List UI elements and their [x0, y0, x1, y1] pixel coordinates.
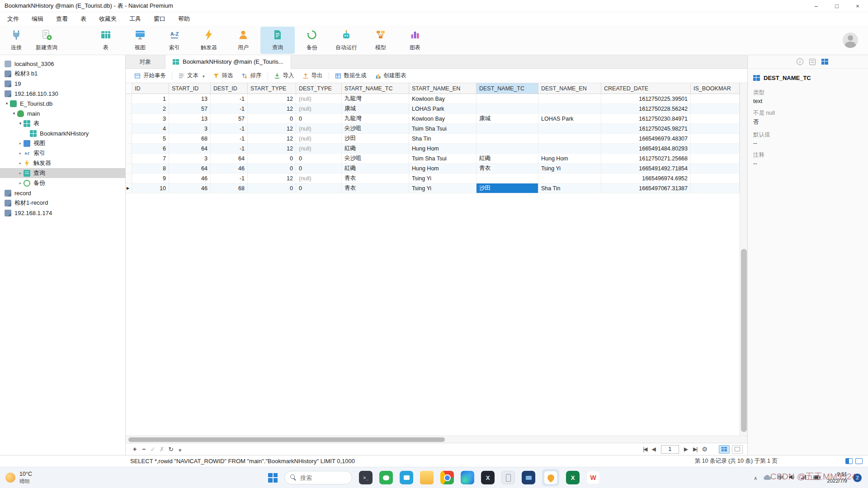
file-explorer-icon[interactable] — [420, 471, 434, 484]
cell[interactable]: 12 — [248, 124, 296, 134]
chevron-right-icon[interactable] — [17, 148, 24, 158]
cell[interactable]: Tsing Yi — [409, 183, 476, 193]
split-panel-icon[interactable] — [845, 458, 853, 464]
chevron-right-icon[interactable] — [17, 158, 24, 168]
cell[interactable]: 尖沙咀 — [342, 154, 409, 164]
column-header-id[interactable]: ID — [132, 83, 169, 94]
cell[interactable]: 64 — [211, 154, 248, 164]
cell[interactable] — [691, 114, 740, 124]
cell[interactable]: 3 — [169, 124, 211, 134]
cell[interactable] — [691, 183, 740, 193]
cell[interactable]: 12 — [248, 134, 296, 144]
cell[interactable]: 57 — [169, 104, 211, 114]
maximize-button[interactable]: □ — [826, 0, 847, 12]
users-button[interactable]: 用户 — [226, 27, 260, 54]
cell[interactable]: 6 — [132, 144, 169, 154]
previous-page-icon[interactable] — [652, 446, 656, 452]
column-header-created-date[interactable]: CREATED_DATE — [601, 83, 691, 94]
cell[interactable]: 3 — [169, 154, 211, 164]
panel-icon[interactable] — [855, 458, 863, 464]
cell[interactable]: Tsim Sha Tsui — [409, 154, 476, 164]
minimize-button[interactable]: – — [806, 0, 826, 12]
indexes-button[interactable]: A-Z 索引 — [157, 27, 192, 54]
triggers-button[interactable]: 触发器 — [192, 27, 226, 54]
cell[interactable]: 0 — [296, 154, 342, 164]
cell[interactable]: 0 — [296, 164, 342, 174]
cell[interactable]: -1 — [211, 94, 248, 104]
wechat-app-icon[interactable] — [379, 471, 393, 484]
table-row[interactable]: 568-112(null)沙田Sha Tin1665496979.48307 — [126, 134, 747, 144]
begin-transaction-button[interactable]: 开始事务 — [130, 70, 170, 81]
form-panel-icon[interactable] — [809, 59, 816, 65]
chrome-icon[interactable] — [440, 471, 454, 484]
sidebar-item-jiancai1-record[interactable]: 检材1-record — [0, 198, 125, 208]
wps-icon[interactable] — [586, 471, 600, 484]
dark-app-icon[interactable] — [481, 471, 495, 484]
task-view-app-icon[interactable] — [359, 471, 373, 484]
cell[interactable]: 12 — [248, 104, 296, 114]
export-button[interactable]: 导出 — [298, 70, 327, 81]
cell[interactable]: 68 — [211, 183, 248, 193]
cell[interactable] — [691, 144, 740, 154]
cell[interactable] — [476, 104, 538, 114]
cell[interactable]: 46 — [169, 183, 211, 193]
column-header-dest-id[interactable]: DEST_ID — [211, 83, 248, 94]
cell[interactable]: 0 — [248, 154, 296, 164]
table-row[interactable]: 3135700九龍灣Kowloon Bay康城LOHAS Park1612750… — [126, 114, 747, 124]
cell[interactable]: 1665496974.6952 — [601, 174, 691, 183]
table-row[interactable]: 946-112(null)青衣Tsing Yi1665496974.6952 — [126, 174, 747, 183]
cell[interactable]: 8 — [132, 164, 169, 174]
filter-button[interactable]: 筛选 — [209, 70, 237, 81]
table-row[interactable]: 736400尖沙咀Tsim Sha Tsui紅磡Hung Hom16127502… — [126, 154, 747, 164]
cell[interactable]: 64 — [169, 144, 211, 154]
cell[interactable]: -1 — [211, 124, 248, 134]
cell[interactable]: Hung Hom — [538, 154, 601, 164]
cell[interactable] — [691, 164, 740, 174]
cell[interactable] — [476, 144, 538, 154]
column-header-start-type[interactable]: START_TYPE — [248, 83, 296, 94]
cell[interactable]: 12 — [248, 94, 296, 104]
sidebar-item-main[interactable]: main — [0, 108, 125, 118]
tables-button[interactable]: 表 — [89, 27, 123, 54]
backup-button[interactable]: 备份 — [295, 27, 329, 54]
cell[interactable]: 康城 — [476, 114, 538, 124]
tray-expand-icon[interactable] — [754, 474, 757, 481]
page-number-input[interactable]: 1 — [661, 445, 679, 454]
cell[interactable]: (null) — [296, 124, 342, 134]
selected-cell[interactable]: 沙田 — [476, 183, 538, 193]
cell[interactable]: 57 — [211, 114, 248, 124]
cell[interactable]: 1612750230.84971 — [601, 114, 691, 124]
cell[interactable]: 46 — [169, 174, 211, 183]
chevron-right-icon[interactable] — [17, 168, 24, 178]
cell[interactable]: 9 — [132, 174, 169, 183]
column-header-dest-type[interactable]: DEST_TYPE — [296, 83, 342, 94]
cell[interactable]: 0 — [248, 164, 296, 174]
cell[interactable] — [538, 104, 601, 114]
vertical-scrollbar-thumb[interactable] — [741, 249, 747, 432]
cell[interactable] — [691, 134, 740, 144]
cell[interactable]: 13 — [169, 94, 211, 104]
sidebar-item-localhost-3306[interactable]: localhost_3306 — [0, 59, 125, 69]
menu-tools[interactable]: 工具 — [123, 12, 147, 25]
cell[interactable]: 1665496979.48307 — [601, 134, 691, 144]
close-button[interactable]: × — [847, 0, 868, 12]
cell[interactable]: (null) — [296, 134, 342, 144]
table-row[interactable]: 113-112(null)九龍灣Kowloon Bay1612750225.39… — [126, 94, 747, 104]
sidebar-item-e-tourist-db[interactable]: E_Tourist.db — [0, 99, 125, 108]
cell[interactable] — [476, 174, 538, 183]
column-header-is-bookmark[interactable]: IS_BOOKMAR — [691, 83, 740, 94]
tab-bookmarknhistory[interactable]: BookmarkNHistory @main (E_Touris... — [165, 55, 291, 69]
sidebar-item-bookmarknhistory[interactable]: BookmarkNHistory — [0, 128, 125, 138]
navicat-app-icon[interactable] — [544, 471, 557, 484]
cell[interactable]: 1612750245.98271 — [601, 124, 691, 134]
chevron-down-icon[interactable] — [11, 108, 17, 118]
charts-button[interactable]: 图表 — [398, 27, 432, 54]
column-header-start-id[interactable]: START_ID — [169, 83, 211, 94]
cell[interactable] — [476, 124, 538, 134]
cell[interactable]: Kowloon Bay — [409, 114, 476, 124]
sort-button[interactable]: 排序 — [237, 70, 266, 81]
delete-record-icon[interactable] — [139, 446, 148, 453]
chevron-down-icon[interactable] — [4, 99, 10, 108]
next-page-icon[interactable] — [684, 446, 688, 452]
excel-icon[interactable] — [566, 471, 580, 484]
